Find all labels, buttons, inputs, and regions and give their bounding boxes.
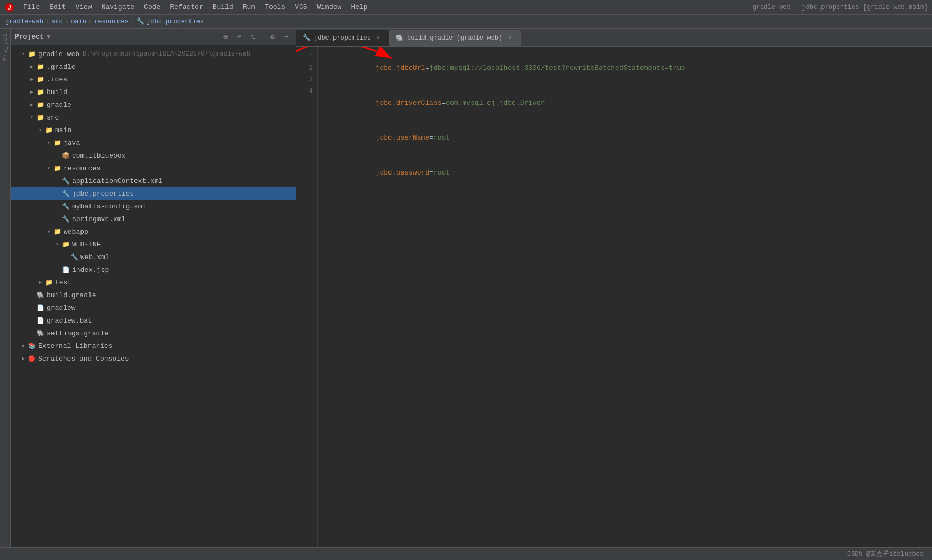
- tree-label-com-itbluebox: com.itbluebox: [72, 152, 125, 160]
- toolbar-sort-btn[interactable]: ⇅: [248, 32, 258, 42]
- menu-window[interactable]: Window: [313, 2, 346, 12]
- scratch-icon: 🔴: [28, 354, 36, 363]
- folder-icon-gradle: 📁: [36, 100, 44, 109]
- tree-label-test: test: [55, 279, 71, 287]
- tree-item-gradlew-bat[interactable]: 📄 gradlew.bat: [11, 314, 296, 327]
- breadcrumb-src[interactable]: src: [51, 18, 63, 25]
- tree-label-jdbc-properties: jdbc.properties: [72, 190, 134, 198]
- tree-item-test[interactable]: ▶ 📁 test: [11, 276, 296, 289]
- project-dropdown[interactable]: ▼: [47, 34, 51, 40]
- tree-arrow-idea: ▶: [28, 75, 36, 84]
- tree-item-gradlew[interactable]: 📄 gradlew: [11, 301, 296, 314]
- tree-item-src[interactable]: ▾ 📁 src: [11, 111, 296, 124]
- tab-close-jdbc[interactable]: ×: [374, 34, 383, 42]
- toolbar-settings-btn[interactable]: ⚙: [267, 32, 278, 42]
- tree-item-applicationcontext[interactable]: 🔧 applicationContext.xml: [11, 175, 296, 187]
- main-layout: Project Project ▼ ⊕ ≡ ⇅ ⚙ − ▾ 📁 gradle-w…: [0, 29, 932, 547]
- tree-label-java: java: [64, 139, 80, 147]
- tree-item-com-itbluebox[interactable]: 📦 com.itbluebox: [11, 149, 296, 162]
- tree-label-build-folder: build: [47, 88, 67, 96]
- toolbar-separator: [263, 33, 263, 41]
- library-icon-external: 📚: [28, 342, 36, 350]
- project-panel-title: Project: [15, 33, 44, 41]
- breadcrumb-jdbc-properties[interactable]: jdbc.properties: [147, 18, 204, 25]
- menu-build[interactable]: Build: [209, 2, 238, 12]
- project-side-label: Project: [2, 33, 8, 61]
- tab-close-build-gradle[interactable]: ×: [505, 34, 514, 42]
- tree-label-build-gradle: build.gradle: [47, 291, 96, 299]
- tree-item-web-xml[interactable]: 🔧 web.xml: [11, 251, 296, 263]
- menu-edit[interactable]: Edit: [45, 2, 70, 12]
- tree-label-external-libraries: External Libraries: [38, 342, 112, 350]
- menu-refactor[interactable]: Refactor: [166, 2, 207, 12]
- tree-arrow-external-libraries: ▶: [19, 342, 28, 350]
- tree-item-jdbc-properties[interactable]: 🔧 jdbc.properties: [11, 187, 296, 200]
- breadcrumb-main[interactable]: main: [71, 18, 86, 25]
- tab-build-gradle[interactable]: 🐘 build.gradle (gradle-web) ×: [390, 30, 521, 46]
- code-key-3: jdbc.userName: [376, 134, 429, 142]
- code-content[interactable]: jdbc.jdbcUrl=jdbc:mysql://localhost:3306…: [318, 47, 932, 547]
- tree-item-springmvc[interactable]: 🔧 springmvc.xml: [11, 213, 296, 225]
- tree-item-scratches[interactable]: ▶ 🔴 Scratches and Consoles: [11, 352, 296, 365]
- tree-arrow-jdbc-properties: [53, 189, 61, 198]
- breadcrumb-gradle-web[interactable]: gradle-web: [5, 18, 43, 25]
- jsp-icon-index: 📄: [61, 265, 70, 274]
- tree-item-idea[interactable]: ▶ 📁 .idea: [11, 73, 296, 86]
- tab-jdbc-properties[interactable]: 🔧 jdbc.properties ×: [296, 30, 390, 46]
- tree-arrow-applicationcontext: [53, 177, 61, 185]
- tree-item-gradle-web[interactable]: ▾ 📁 gradle-web D:\ProgramWorkSpace\IDEA\…: [11, 48, 296, 60]
- breadcrumb-icon-properties: 🔧: [137, 17, 144, 25]
- xml-icon-springmvc: 🔧: [61, 215, 70, 223]
- xml-icon-web: 🔧: [70, 253, 78, 261]
- menu-help[interactable]: Help: [347, 2, 372, 12]
- tree-arrow-gradlew-bat: [28, 316, 36, 325]
- tree-item-java[interactable]: ▾ 📁 java: [11, 136, 296, 149]
- toolbar-collapse-btn[interactable]: −: [281, 32, 292, 42]
- code-key-2: jdbc.driverClass: [376, 99, 442, 107]
- breadcrumb: gradle-web › src › main › resources › 🔧 …: [0, 15, 932, 29]
- app-logo: J: [4, 2, 15, 13]
- tree-arrow-gradle-dot: ▶: [28, 62, 36, 71]
- xml-icon-applicationcontext: 🔧: [61, 177, 70, 185]
- tree-arrow-scratches: ▶: [19, 354, 28, 363]
- side-panel-label: Project: [0, 29, 11, 547]
- folder-icon-gradle-web: 📁: [28, 50, 36, 58]
- menu-tools[interactable]: Tools: [260, 2, 289, 12]
- menu-code[interactable]: Code: [140, 2, 165, 12]
- tree-arrow-index-jsp: [53, 265, 61, 274]
- tree-item-webapp[interactable]: ▾ 📁 webapp: [11, 225, 296, 238]
- tree-label-src: src: [47, 114, 59, 122]
- toolbar-add-btn[interactable]: ⊕: [220, 32, 231, 42]
- tree-item-web-inf[interactable]: ▾ 📁 WEB-INF: [11, 238, 296, 251]
- tree-arrow-gradle-web: ▾: [19, 50, 28, 58]
- tree-item-settings-gradle[interactable]: 🐘 settings.gradle: [11, 327, 296, 339]
- tab-label-jdbc: jdbc.properties: [314, 34, 371, 42]
- menu-navigate[interactable]: Navigate: [97, 2, 139, 12]
- breadcrumb-resources[interactable]: resources: [94, 18, 129, 25]
- gradle-icon-build: 🐘: [36, 291, 44, 299]
- tree-item-gradle-dot[interactable]: ▶ 📁 .gradle: [11, 60, 296, 73]
- menu-vcs[interactable]: VCS: [291, 2, 311, 12]
- project-panel: Project ▼ ⊕ ≡ ⇅ ⚙ − ▾ 📁 gradle-web D:\Pr…: [11, 29, 296, 547]
- menu-run[interactable]: Run: [239, 2, 259, 12]
- tab-bar: 🔧 jdbc.properties × 🐘 build.gradle (grad…: [296, 29, 932, 47]
- tree-item-build-gradle[interactable]: 🐘 build.gradle: [11, 289, 296, 301]
- menu-view[interactable]: View: [71, 2, 96, 12]
- tree-item-main[interactable]: ▾ 📁 main: [11, 124, 296, 136]
- tree-label-gradle-folder: gradle: [47, 101, 71, 109]
- menu-file[interactable]: File: [19, 2, 44, 12]
- code-val-3: root: [433, 134, 450, 142]
- tree-item-resources[interactable]: ▾ 📁 resources: [11, 162, 296, 175]
- tree-arrow-web-inf: ▾: [53, 240, 61, 249]
- tree-label-main: main: [55, 126, 71, 134]
- tree-item-build-folder[interactable]: ▶ 📁 build: [11, 86, 296, 98]
- folder-icon-main: 📁: [44, 126, 53, 134]
- tree-item-gradle-folder[interactable]: ▶ 📁 gradle: [11, 98, 296, 111]
- tree-item-external-libraries[interactable]: ▶ 📚 External Libraries: [11, 339, 296, 352]
- toolbar-list-btn[interactable]: ≡: [234, 32, 245, 42]
- folder-icon-gradle-dot: 📁: [36, 62, 44, 71]
- tree-arrow-build-gradle: [28, 291, 36, 299]
- tree-item-mybatis[interactable]: 🔧 mybatis-config.xml: [11, 200, 296, 213]
- tree-item-index-jsp[interactable]: 📄 index.jsp: [11, 263, 296, 276]
- svg-text:J: J: [8, 5, 11, 11]
